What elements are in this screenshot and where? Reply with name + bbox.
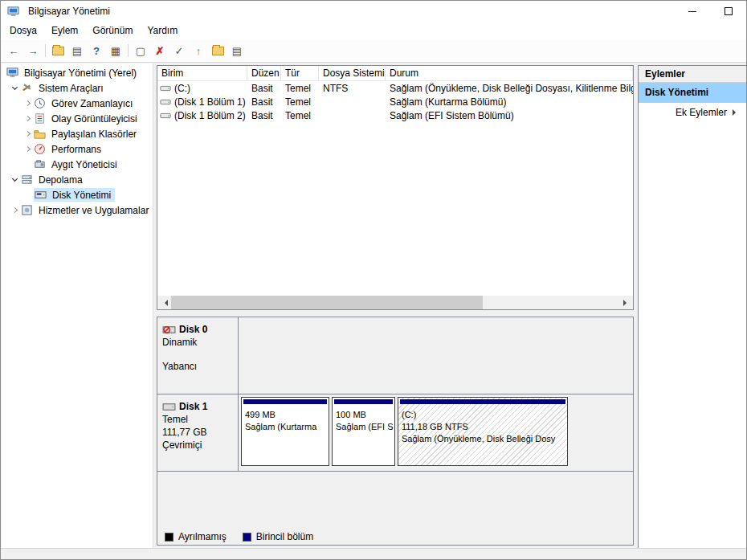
help-button[interactable]: ? [87,42,106,59]
tree-item-shared-folders[interactable]: Paylaşılan Klasörler [2,126,153,141]
column-header-type[interactable]: Tür [281,66,319,80]
system-tools-icon [21,82,33,94]
partition-c[interactable]: (C:) 111,18 GB NTFS Sağlam (Önyükleme, D… [398,397,568,466]
menu-help[interactable]: Yardım [140,22,185,39]
tree-item-disk-management[interactable]: Disk Yönetimi [2,187,153,202]
tree-item-system-tools[interactable]: Sistem Araçları [2,80,153,96]
disk0-body[interactable] [239,317,633,394]
legend-primary-partition: Birincil bölüm [243,531,313,542]
volume-row-disk1-part1[interactable]: (Disk 1 Bölüm 1) Basit Temel Sağlam (Kur… [157,95,633,108]
menu-file[interactable]: Dosya [2,22,44,39]
actions-pane: Eylemler Disk Yönetimi Ek Eylemler [638,65,747,550]
chevron-right-icon[interactable] [21,132,34,136]
partition-color-bar [243,399,327,404]
disk0-row: Disk 0 Dinamik Yabancı [157,317,633,394]
tree-item-event-viewer[interactable]: Olay Görüntüleyicisi [2,111,153,126]
check-icon: ✓ [175,45,184,57]
chevron-right-icon[interactable] [21,101,34,105]
scroll-right-button[interactable] [619,296,633,309]
action-more-actions[interactable]: Ek Eylemler [639,103,746,122]
chevron-down-icon[interactable] [8,87,21,89]
column-header-status[interactable]: Durum [386,66,633,80]
tree-item-task-scheduler[interactable]: Görev Zamanlayıcı [2,96,153,111]
scroll-left-icon [161,300,168,306]
disk1-size: 111,77 GB [162,427,233,438]
action-disk-management[interactable]: Disk Yönetimi [639,83,746,103]
toolbar-separator [45,44,46,57]
tree-item-storage[interactable]: Depolama [2,172,153,187]
menu-view[interactable]: Görünüm [85,22,140,39]
volume-type: Temel [281,96,319,108]
disk0-status: Yabancı [162,361,233,372]
disk1-type: Temel [162,414,233,425]
disk0-label[interactable]: Disk 0 Dinamik Yabancı [157,317,239,394]
new-window-button[interactable]: ▢ [131,42,150,59]
clock-icon [34,97,46,109]
check-volume-button[interactable]: ✓ [169,42,189,59]
export-list-button[interactable]: ▤ [67,42,87,59]
open-folder-button[interactable] [208,42,227,59]
volume-layout: Basit [247,96,281,108]
column-header-layout[interactable]: Düzen [247,66,281,80]
partition-recovery[interactable]: 499 MB Sağlam (Kurtarma [241,397,329,466]
volume-list-header: Birim Düzen Tür Dosya Sistemi Durum [157,66,633,81]
legend: Ayrılmamış Birincil bölüm [157,529,633,545]
partition-color-bar [400,399,565,404]
disk0-type: Dinamik [162,337,233,348]
volume-list-pane: Birim Düzen Tür Dosya Sistemi Durum (C:)… [157,65,634,310]
performance-icon [34,143,46,155]
actions-header: Eylemler [639,66,746,83]
tree-item-label: Bilgisayar Yönetimi (Yerel) [22,67,138,79]
up-level-button[interactable]: ↑ [189,42,208,59]
tree-item-device-manager[interactable]: Aygıt Yöneticisi [2,157,153,172]
legend-label: Ayrılmamış [178,531,227,542]
tree-item-label: Depolama [37,174,84,186]
scrollbar-thumb[interactable] [171,296,483,309]
maximize-button[interactable] [710,1,746,22]
volume-layout: Basit [247,83,281,94]
partition-size: 499 MB [245,409,325,421]
storage-icon [21,174,33,186]
volume-row-c[interactable]: (C:) Basit Temel NTFS Sağlam (Önyükleme,… [157,81,633,95]
delete-icon: ✗ [156,45,165,57]
column-header-filesystem[interactable]: Dosya Sistemi [319,66,386,80]
selected-tree-item-highlight: Disk Yönetimi [34,188,115,202]
fields-icon: ▤ [232,45,242,57]
partition-efi[interactable]: 100 MB Sağlam (EFI S [332,397,395,466]
menu-action[interactable]: Eylem [44,22,85,39]
more-actions-label: Ek Eylemler [676,107,727,118]
delete-button[interactable]: ✗ [150,42,169,59]
chevron-right-icon[interactable] [21,147,34,151]
folder-icon [212,47,224,55]
forward-button[interactable]: → [23,42,43,59]
show-console-tree-button[interactable] [48,42,67,59]
toolbar-separator [128,44,129,57]
tree-item-performance[interactable]: Performans [2,141,153,157]
chevron-right-icon[interactable] [21,116,34,121]
chevron-down-icon[interactable] [8,178,21,181]
scroll-left-button[interactable] [157,296,171,309]
help-icon: ? [93,45,100,57]
tree-item-label: Hizmetler ve Uygulamalar [37,205,150,216]
app-icon[interactable] [7,6,19,18]
tree-item-label: Aygıt Yöneticisi [50,159,119,170]
disk-management-icon [35,189,47,201]
horizontal-scrollbar[interactable] [157,296,633,309]
minimize-button[interactable] [674,1,710,22]
chevron-right-icon[interactable] [8,208,21,212]
shared-folder-icon [34,128,46,140]
volume-name: (Disk 1 Bölüm 2) [174,110,246,121]
disk0-spacer [162,348,233,359]
disk1-row: Disk 1 Temel 111,77 GB Çevrimiçi 499 MB … [157,394,633,472]
tree-item-computer-management[interactable]: Bilgisayar Yönetimi (Yerel) [2,65,153,80]
column-header-volume[interactable]: Birim [157,66,247,80]
properties-button[interactable]: ▦ [106,42,125,59]
tree-item-services-applications[interactable]: Hizmetler ve Uygulamalar [2,202,153,218]
disk-icon [162,402,176,412]
back-button[interactable]: ← [4,42,23,59]
disk1-label[interactable]: Disk 1 Temel 111,77 GB Çevrimiçi [157,394,239,471]
disk1-name: Disk 1 [179,401,207,412]
volume-row-disk1-part2[interactable]: (Disk 1 Bölüm 2) Basit Temel Sağlam (EFI… [157,108,633,122]
fields-button[interactable]: ▤ [227,42,247,59]
partition-status: Sağlam (Önyükleme, Disk Belleği Dosy [402,433,564,445]
